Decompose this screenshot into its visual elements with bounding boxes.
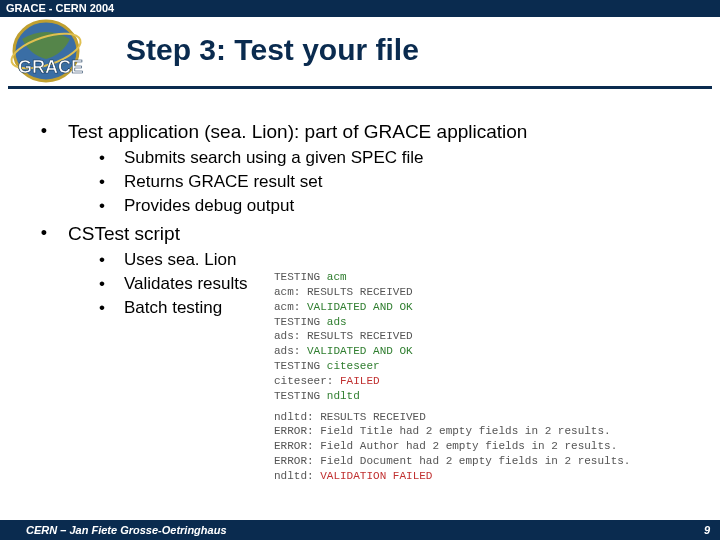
footer: CERN – Jan Fiete Grosse-Oetringhaus 9 (0, 520, 720, 540)
term-name: ads (327, 316, 347, 328)
bullet-1b-text: Returns GRACE result set (124, 171, 700, 194)
bullet-2: • CSTest script (20, 221, 700, 247)
term-line: ndltd: (274, 470, 320, 482)
term-name: acm (327, 271, 347, 283)
bullet-1c-text: Provides debug output (124, 195, 700, 218)
footer-text: CERN – Jan Fiete Grosse-Oetringhaus (26, 524, 227, 536)
bullet-2a: • Uses sea. Lion (20, 249, 700, 272)
header: GRACE Step 3: Test your file (8, 17, 712, 89)
bullet-2-text: CSTest script (68, 221, 700, 247)
term-name: citeseer (327, 360, 380, 372)
bullet-dot: • (20, 221, 68, 247)
bullet-1a-text: Submits search using a given SPEC file (124, 147, 700, 170)
bullet-1-text: Test application (sea. Lion): part of GR… (68, 119, 700, 145)
term-name: ndltd (327, 390, 360, 402)
term-line: acm: RESULTS RECEIVED (274, 285, 684, 300)
bullet-dot: • (80, 171, 124, 194)
bullet-dot: • (80, 249, 124, 272)
term-error: ERROR: Field Author had 2 empty fields i… (274, 439, 684, 454)
bullet-dot: • (80, 195, 124, 218)
svg-text:GRACE: GRACE (18, 57, 83, 77)
slide-title: Step 3: Test your file (126, 33, 419, 67)
page-number: 9 (704, 524, 710, 536)
grace-logo: GRACE (4, 15, 109, 87)
term-line: acm: (274, 301, 307, 313)
terminal-output: TESTING acm acm: RESULTS RECEIVED acm: V… (274, 270, 684, 484)
bullet-1b: • Returns GRACE result set (20, 171, 700, 194)
term-line: TESTING (274, 360, 327, 372)
term-error: ERROR: Field Document had 2 empty fields… (274, 454, 684, 469)
bullet-1: • Test application (sea. Lion): part of … (20, 119, 700, 145)
term-error: ERROR: Field Title had 2 empty fields in… (274, 424, 684, 439)
bullet-1a: • Submits search using a given SPEC file (20, 147, 700, 170)
term-line: ads: (274, 345, 307, 357)
bullet-dot: • (20, 119, 68, 145)
term-fail: VALIDATION FAILED (320, 470, 432, 482)
term-ok: VALIDATED AND OK (307, 301, 413, 313)
term-line: TESTING (274, 390, 327, 402)
bullet-1c: • Provides debug output (20, 195, 700, 218)
bullet-dot: • (80, 297, 124, 320)
term-line: citeseer: (274, 375, 340, 387)
bullet-dot: • (80, 147, 124, 170)
term-ok: VALIDATED AND OK (307, 345, 413, 357)
bullet-dot: • (80, 273, 124, 296)
term-line: ndltd: RESULTS RECEIVED (274, 410, 684, 425)
term-line: TESTING (274, 271, 327, 283)
term-line: ads: RESULTS RECEIVED (274, 329, 684, 344)
term-fail: FAILED (340, 375, 380, 387)
bullet-2a-text: Uses sea. Lion (124, 249, 700, 272)
term-line: TESTING (274, 316, 327, 328)
